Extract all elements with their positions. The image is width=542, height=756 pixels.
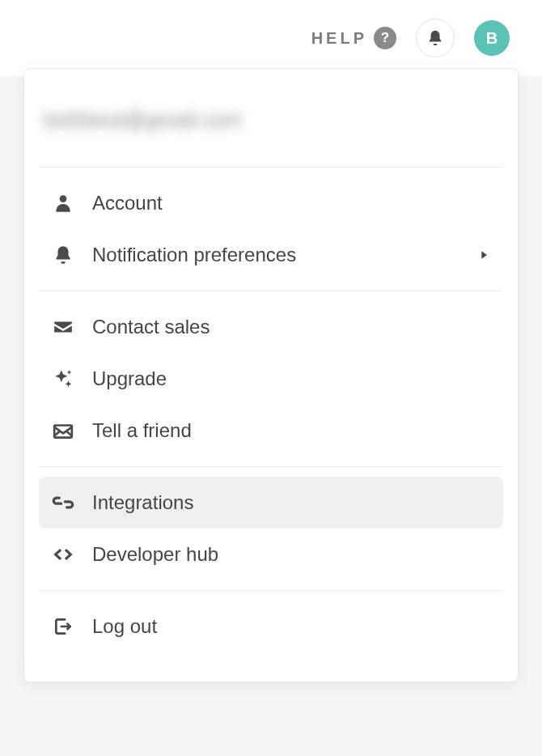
svg-rect-1 bbox=[54, 426, 72, 438]
menu-item-label: Tell a friend bbox=[92, 419, 192, 442]
help-button[interactable]: HELP ? bbox=[311, 27, 396, 49]
question-icon: ? bbox=[374, 27, 396, 49]
avatar-initial: B bbox=[486, 29, 498, 48]
menu-item-logout[interactable]: Log out bbox=[39, 601, 503, 652]
menu-item-integrations[interactable]: Integrations bbox=[39, 477, 503, 529]
bell-icon bbox=[52, 244, 74, 266]
menu-item-contact-sales[interactable]: Contact sales bbox=[39, 301, 503, 353]
svg-point-0 bbox=[60, 195, 67, 202]
menu-item-label: Notification preferences bbox=[92, 244, 296, 266]
user-email: bethbest@gmail.com bbox=[39, 69, 503, 167]
menu-item-label: Integrations bbox=[92, 491, 193, 514]
menu-item-label: Log out bbox=[92, 615, 157, 638]
menu-item-label: Contact sales bbox=[92, 316, 210, 338]
code-icon bbox=[52, 543, 74, 566]
mail-open-icon bbox=[52, 419, 74, 442]
menu-item-tell-a-friend[interactable]: Tell a friend bbox=[39, 405, 503, 457]
menu-item-account[interactable]: Account bbox=[39, 177, 503, 229]
user-menu-dropdown: bethbest@gmail.com Account Notification … bbox=[23, 68, 519, 682]
menu-section-sales: Contact sales Upgrade Tell a friend bbox=[39, 291, 503, 466]
menu-section-logout: Log out bbox=[39, 591, 503, 662]
chevron-right-icon bbox=[477, 248, 490, 261]
avatar[interactable]: B bbox=[474, 20, 510, 56]
menu-item-upgrade[interactable]: Upgrade bbox=[39, 353, 503, 405]
topbar: HELP ? B bbox=[0, 0, 542, 76]
menu-section-account: Account Notification preferences bbox=[39, 168, 503, 291]
logout-icon bbox=[52, 615, 74, 638]
envelope-icon bbox=[52, 316, 74, 338]
help-label: HELP bbox=[311, 29, 367, 48]
menu-item-notification-preferences[interactable]: Notification preferences bbox=[39, 229, 503, 281]
menu-section-dev: Integrations Developer hub bbox=[39, 467, 503, 590]
notifications-button[interactable] bbox=[416, 19, 455, 57]
user-icon bbox=[52, 192, 74, 214]
menu-item-label: Developer hub bbox=[92, 543, 218, 566]
menu-item-label: Upgrade bbox=[92, 367, 167, 390]
menu-item-developer-hub[interactable]: Developer hub bbox=[39, 529, 503, 580]
bell-icon bbox=[424, 27, 447, 49]
sparkle-icon bbox=[52, 367, 74, 390]
link-icon bbox=[52, 491, 74, 514]
menu-item-label: Account bbox=[92, 192, 163, 214]
